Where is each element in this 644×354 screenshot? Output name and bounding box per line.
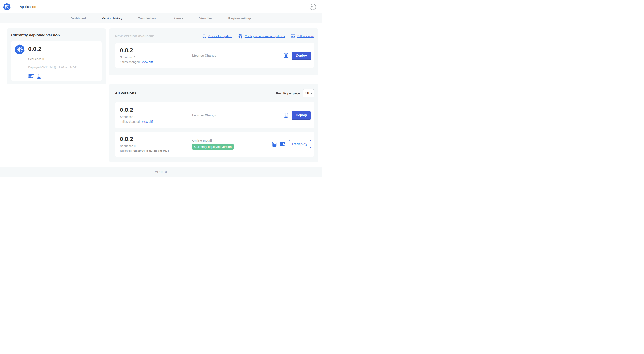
- app-title: Application: [20, 5, 36, 9]
- tab-troubleshoot[interactable]: Troubleshoot: [136, 14, 159, 23]
- checklist-icon: [283, 112, 289, 118]
- checklist-icon: [283, 53, 289, 58]
- version-source: License Change: [192, 113, 283, 117]
- admin-console-page: Application Dashboard Version history Tr…: [0, 0, 322, 177]
- right-column: New version available Check for update: [109, 29, 318, 162]
- version-history-content: Currently deployed version 0.0.2 Sequenc…: [0, 23, 322, 162]
- version-sequence: Sequence 1: [120, 56, 192, 59]
- view-preflight-checklist-button[interactable]: [283, 112, 289, 118]
- released-prefix: Released: [120, 149, 132, 153]
- view-logs-button[interactable]: [280, 141, 286, 147]
- version-info: 0.0.2 Sequence 0 Released 08/29/24 @ 03:…: [120, 136, 192, 153]
- view-diff-link[interactable]: View diff: [142, 60, 153, 64]
- version-info: 0.0.2 Sequence 1 1 files changed View di…: [120, 47, 192, 64]
- currently-deployed-title: Currently deployed version: [11, 33, 102, 38]
- new-version-header: New version available Check for update: [115, 34, 314, 39]
- version-meta: 1 files changed View diff: [120, 60, 192, 64]
- released-date: 08/29/24 @ 03:18 pm MDT: [133, 149, 169, 153]
- version-released: Released 08/29/24 @ 03:18 pm MDT: [120, 149, 192, 153]
- deploy-button[interactable]: Deploy: [292, 52, 311, 60]
- deploy-button[interactable]: Deploy: [292, 111, 311, 119]
- tab-view-files[interactable]: View files: [196, 14, 215, 23]
- checklist-icon: [271, 141, 277, 147]
- currently-deployed-card: 0.0.2 Sequence 0 Deployed 09/11/24 @ 11:…: [11, 41, 102, 81]
- kubernetes-logo-icon: [3, 3, 11, 11]
- files-changed-label: 1 files changed: [120, 120, 140, 123]
- source-label: Online Install: [192, 139, 271, 142]
- currently-deployed-panel: Currently deployed version 0.0.2 Sequenc…: [7, 29, 106, 84]
- refresh-icon: [202, 34, 207, 39]
- tab-dashboard[interactable]: Dashboard: [68, 14, 88, 23]
- redeploy-button[interactable]: Redeploy: [288, 140, 311, 148]
- source-label: License Change: [192, 113, 216, 117]
- deployed-version-number: 0.0.2: [28, 46, 76, 52]
- currently-deployed-badge: Currently deployed version: [192, 144, 234, 150]
- version-row: 0.0.2 Sequence 1 1 files changed View di…: [115, 102, 314, 128]
- version-actions: Deploy: [283, 111, 311, 119]
- version-number: 0.0.2: [120, 107, 192, 113]
- tab-license[interactable]: License: [170, 14, 186, 23]
- results-per-page-select[interactable]: 20: [303, 89, 314, 97]
- version-row: 0.0.2 Sequence 0 Released 08/29/24 @ 03:…: [115, 132, 314, 157]
- nav-app-tab[interactable]: Application: [20, 1, 36, 13]
- view-logs-button[interactable]: [28, 73, 34, 79]
- logs-icon: [28, 73, 34, 79]
- overflow-menu-button[interactable]: [310, 4, 316, 10]
- update-links: Check for update Configure a: [196, 34, 314, 39]
- deployed-actions: [28, 73, 76, 79]
- new-version-panel: New version available Check for update: [109, 29, 318, 75]
- deployed-sequence: Sequence 0: [28, 57, 76, 61]
- ellipsis-icon: [310, 4, 316, 10]
- version-meta: 1 files changed View diff: [120, 120, 192, 123]
- app-section-tabs: Dashboard Version history Troubleshoot L…: [0, 14, 322, 23]
- chevron-down-icon: [310, 92, 312, 94]
- version-sequence: Sequence 1: [120, 115, 192, 119]
- console-footer: v1.109.3: [0, 167, 322, 177]
- version-info: 0.0.2 Sequence 1 1 files changed View di…: [120, 107, 192, 123]
- kubernetes-app-icon: [14, 44, 25, 55]
- version-sequence: Sequence 0: [120, 144, 192, 148]
- check-for-update-link[interactable]: Check for update: [202, 34, 232, 39]
- schedule-sync-icon: [238, 34, 243, 39]
- all-versions-header: All versions Results per page: 20: [115, 89, 314, 97]
- diff-icon: [290, 34, 296, 39]
- version-actions: Redeploy: [271, 140, 311, 148]
- tab-version-history[interactable]: Version history: [99, 14, 125, 23]
- version-actions: Deploy: [283, 52, 311, 60]
- version-number: 0.0.2: [120, 47, 192, 54]
- all-versions-panel: All versions Results per page: 20: [109, 84, 318, 162]
- deployed-timestamp: Deployed 09/11/24 @ 11:02 am MDT: [28, 66, 76, 69]
- diff-versions-link[interactable]: Diff versions: [290, 34, 314, 39]
- version-source: License Change: [192, 54, 283, 57]
- results-per-page: Results per page: 20: [276, 89, 314, 97]
- version-source: Online Install Currently deployed versio…: [192, 139, 271, 150]
- version-number: 0.0.2: [120, 136, 192, 142]
- console-version-label: v1.109.3: [155, 170, 167, 174]
- logs-icon: [280, 141, 286, 147]
- new-version-card: 0.0.2 Sequence 1 1 files changed View di…: [115, 43, 314, 68]
- configure-automatic-updates-link[interactable]: Configure automatic updates: [238, 34, 285, 39]
- view-diff-link[interactable]: View diff: [142, 120, 153, 123]
- top-navbar: Application: [0, 0, 322, 14]
- view-preflight-checklist-button[interactable]: [36, 73, 42, 79]
- new-version-title: New version available: [115, 34, 154, 38]
- files-changed-label: 1 files changed: [120, 60, 140, 64]
- source-label: License Change: [192, 54, 216, 57]
- view-preflight-checklist-button[interactable]: [283, 53, 289, 58]
- view-preflight-checklist-button[interactable]: [271, 141, 277, 147]
- checklist-icon: [36, 73, 42, 79]
- results-per-page-value: 20: [305, 91, 309, 95]
- results-per-page-label: Results per page:: [276, 92, 301, 95]
- tab-registry-settings[interactable]: Registry settings: [226, 14, 254, 23]
- all-versions-title: All versions: [115, 91, 136, 96]
- currently-deployed-details: 0.0.2 Sequence 0 Deployed 09/11/24 @ 11:…: [28, 44, 76, 78]
